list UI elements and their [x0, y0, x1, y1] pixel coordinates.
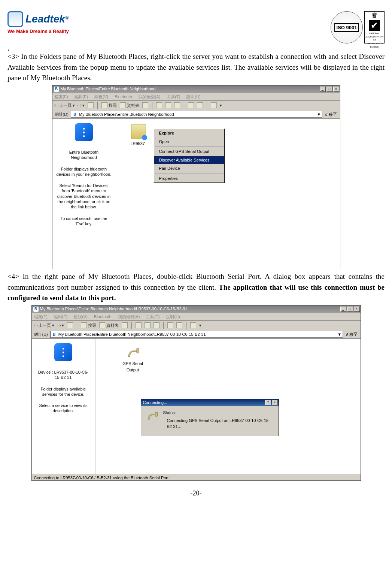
titlebar[interactable]: B My Bluetooth Places\Entire Bluetooth N… — [52, 85, 340, 93]
history-icon[interactable] — [122, 322, 128, 328]
forward-button[interactable]: ⇨ ▾ — [57, 322, 64, 329]
properties-icon[interactable] — [176, 322, 182, 328]
back-button[interactable]: ⇦上一頁 ▾ — [34, 322, 54, 329]
window-title: My Bluetooth Places\Entire Bluetooth Nei… — [61, 86, 156, 92]
brand-tagline: We Make Dreams a Reality — [7, 28, 69, 35]
menu-edit[interactable]: 編輯(E) — [54, 314, 68, 319]
ctx-connect[interactable]: Connect GPS Serial Output — [154, 147, 224, 156]
delete-icon[interactable] — [188, 102, 194, 108]
maximize-button[interactable]: □ — [347, 307, 353, 312]
dialog-title: Connecting... — [143, 399, 167, 406]
toolbar: ⇦上一頁 ▾ ⇨ ▾ 搜尋 資料夾 ▾ — [32, 321, 361, 330]
info-pane: ⋮ Device : LR9537-00-10-C6-15-B2-31 Fold… — [32, 339, 95, 474]
menu-bluetooth[interactable]: Bluetooth — [94, 314, 111, 319]
menu-edit[interactable]: 編輯(E) — [75, 94, 88, 99]
maximize-button[interactable]: □ — [326, 87, 332, 92]
forward-button[interactable]: ⇨ ▾ — [78, 102, 85, 109]
content-pane[interactable]: GPS Serial Output Connecting... ? × Stat… — [95, 339, 361, 474]
menu-view[interactable]: 檢視(V) — [94, 94, 108, 99]
minimize-button[interactable]: _ — [340, 307, 346, 312]
status-text: Connecting GPS Serial Output on LR9537-0… — [163, 416, 274, 430]
device-item[interactable]: LR9537- — [124, 124, 154, 147]
ctx-open[interactable]: Open — [154, 138, 224, 146]
instruction-step-3: <3> In the Folders pane of My Bluetooth … — [7, 51, 385, 84]
context-menu: Explore Open Connect GPS Serial Output D… — [154, 129, 225, 183]
search-button[interactable]: 搜尋 — [81, 322, 96, 329]
menu-bar[interactable]: 檔案(F) 編輯(E) 檢視(V) Bluetooth 我的最愛(A) 工具(T… — [32, 313, 361, 321]
paste-icon[interactable] — [174, 102, 180, 108]
menu-bluetooth[interactable]: Bluetooth — [115, 94, 132, 99]
folders-button[interactable]: 資料夾 — [120, 102, 139, 109]
menu-tools[interactable]: 工具(T) — [146, 314, 159, 319]
serial-port-icon — [145, 410, 159, 423]
bluetooth-logo-icon: ⋮ — [75, 123, 93, 141]
go-button[interactable]: ∂移至 — [344, 331, 359, 338]
close-button[interactable]: × — [354, 307, 360, 312]
service-item[interactable]: GPS Serial Output — [118, 346, 148, 373]
ctx-discover[interactable]: Discover Available Services — [154, 156, 224, 165]
page-header: Leadtek® We Make Dreams a Reality ISO 90… — [7, 11, 385, 46]
instruction-step-4: <4> In the right pane of My Bluetooth Pl… — [7, 271, 385, 304]
bluetooth-icon: B — [72, 112, 78, 117]
menu-favorites[interactable]: 我的最愛(A) — [118, 314, 140, 319]
up-icon[interactable] — [88, 102, 94, 108]
menu-bar[interactable]: 檔案(F) 編輯(E) 檢視(V) Bluetooth 我的最愛(A) 工具(T… — [52, 93, 340, 101]
address-label: 網址(D) — [33, 331, 49, 338]
screenshot-2-window: B My Bluetooth Places\Entire Bluetooth N… — [31, 305, 361, 481]
close-button[interactable]: × — [333, 87, 339, 92]
screenshot-1-window: B My Bluetooth Places\Entire Bluetooth N… — [52, 85, 340, 269]
address-label: 網址(D) — [54, 111, 69, 118]
cut-icon[interactable] — [136, 322, 142, 328]
address-input[interactable]: B My Bluetooth Places\Entire Bluetooth N… — [71, 111, 322, 118]
cut-icon[interactable] — [156, 102, 162, 108]
service-label: GPS Serial Output — [118, 361, 148, 373]
up-icon[interactable] — [67, 322, 73, 328]
dialog-titlebar[interactable]: Connecting... ? × — [141, 399, 279, 406]
search-button[interactable]: 搜尋 — [101, 102, 117, 109]
titlebar[interactable]: B My Bluetooth Places\Entire Bluetooth N… — [32, 305, 361, 313]
back-button[interactable]: ⇦上一頁 ▾ — [55, 102, 75, 109]
menu-help[interactable]: 說明(H) — [186, 94, 200, 99]
content-pane[interactable]: LR9537- Explore Open Connect GPS Serial … — [116, 119, 340, 269]
status-bar: Connecting to LR9537-00-10-C6-15-B2-31 u… — [32, 474, 361, 480]
ctx-pair[interactable]: Pair Device — [154, 164, 224, 173]
views-icon[interactable] — [211, 102, 217, 108]
pane-desc-1: Folder displays bluetooth devices in you… — [56, 166, 112, 177]
bluetooth-icon: B — [52, 332, 57, 337]
folders-button[interactable]: 資料夾 — [99, 322, 119, 329]
views-icon[interactable] — [190, 322, 196, 328]
copy-icon[interactable] — [145, 322, 151, 328]
pane-title: Device : LR9537-00-10-C6-15-B2-31 — [36, 370, 91, 380]
window-title: My Bluetooth Places\Entire Bluetooth Nei… — [40, 306, 188, 312]
device-label: LR9537- — [130, 141, 146, 147]
status-label: Status: — [163, 410, 274, 416]
close-button[interactable]: × — [272, 400, 278, 405]
menu-file[interactable]: 檔案(F) — [34, 314, 48, 319]
menu-favorites[interactable]: 我的最愛(A) — [139, 94, 161, 99]
menu-help[interactable]: 說明(H) — [166, 314, 180, 319]
copy-icon[interactable] — [165, 102, 171, 108]
serial-port-icon — [125, 346, 140, 361]
logo-mark-icon — [7, 11, 23, 27]
menu-tools[interactable]: 工具(T) — [167, 94, 180, 99]
menu-file[interactable]: 檔案(F) — [55, 94, 68, 99]
history-icon[interactable] — [142, 102, 148, 108]
address-input[interactable]: B My Bluetooth Places\Entire Bluetooth N… — [50, 331, 343, 338]
bluetooth-icon: B — [33, 307, 39, 312]
bluetooth-logo-icon: ⋮ — [54, 343, 72, 361]
brand-name: Leadtek — [25, 13, 65, 25]
menu-view[interactable]: 檢視(V) — [74, 314, 88, 319]
info-pane: ⋮ Entire Bluetooth Neighborhood Folder d… — [52, 119, 116, 269]
ctx-explore[interactable]: Explore — [154, 129, 224, 138]
ctx-properties[interactable]: Properties — [154, 174, 224, 183]
address-bar: 網址(D) B My Bluetooth Places\Entire Bluet… — [52, 110, 340, 119]
properties-icon[interactable] — [197, 102, 203, 108]
go-button[interactable]: ∂移至 — [324, 111, 338, 118]
paste-icon[interactable] — [154, 322, 159, 328]
help-button[interactable]: ? — [265, 400, 271, 405]
delete-icon[interactable] — [167, 322, 173, 328]
minimize-button[interactable]: _ — [320, 87, 326, 92]
pane-desc-2: Select 'Search for Devices' from 'Blueto… — [56, 183, 112, 209]
toolbar: ⇦上一頁 ▾ ⇨ ▾ 搜尋 資料夾 ▾ — [52, 101, 340, 110]
pane-desc-3: To cancel search, use the 'Esc' key. — [56, 216, 112, 227]
